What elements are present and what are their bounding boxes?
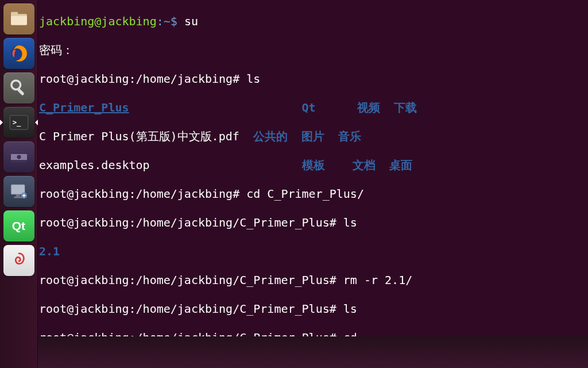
dir-entry: 音乐 xyxy=(338,129,361,143)
root-prompt: root@jackbing:/home/jackbing/C_Primer_Pl… xyxy=(39,331,343,336)
svg-rect-10 xyxy=(11,160,27,162)
command-text: ls xyxy=(343,302,357,316)
root-prompt: root@jackbing:/home/jackbing# xyxy=(39,187,246,201)
svg-point-11 xyxy=(17,155,21,159)
prompt-line: root@jackbing:/home/jackbing# ls xyxy=(39,72,587,86)
command-text: rm -r 2.1/ xyxy=(343,273,412,287)
ls-row: C Primer Plus(第五版)中文版.pdf 公共的 图片 音乐 xyxy=(39,129,587,144)
svg-rect-5 xyxy=(17,88,25,96)
launcher-remote-desktop[interactable] xyxy=(3,176,34,207)
prompt-line: root@jackbing:/home/jackbing/C_Primer_Pl… xyxy=(39,216,587,230)
svg-rect-1 xyxy=(11,12,18,16)
launcher-qt[interactable]: Qt xyxy=(3,210,34,241)
svg-rect-2 xyxy=(11,16,27,25)
dir-entry: C_Primer_Plus xyxy=(39,101,129,114)
document-spiral-icon xyxy=(7,248,31,273)
command-text: cd .. xyxy=(343,331,378,336)
prompt-line: root@jackbing:/home/jackbing/C_Primer_Pl… xyxy=(39,302,587,316)
dir-entry: Qt xyxy=(302,101,316,114)
dir-entry: 模板 xyxy=(302,158,325,172)
dir-entry: 视频 xyxy=(357,101,380,114)
dir-entry: 图片 xyxy=(301,129,324,143)
prompt-line: root@jackbing:/home/jackbing# cd C_Prime… xyxy=(39,187,587,201)
command-text: su xyxy=(184,14,198,28)
prompt-line: root@jackbing:/home/jackbing/C_Primer_Pl… xyxy=(39,273,587,288)
unity-launcher: >_ Qt xyxy=(0,0,38,368)
command-text: ls xyxy=(343,216,357,229)
file-entry: examples.desktop xyxy=(39,158,150,172)
gear-wrench-icon xyxy=(7,76,31,100)
root-prompt: root@jackbing:/home/jackbing/C_Primer_Pl… xyxy=(39,273,343,287)
desktop-floor xyxy=(38,336,588,368)
monitor-icon xyxy=(7,179,31,204)
dir-entry: 公共的 xyxy=(253,129,288,143)
dir-entry: 桌面 xyxy=(389,158,412,172)
filmstrip-icon xyxy=(7,145,31,169)
root-prompt: root@jackbing:/home/jackbing# xyxy=(39,72,246,86)
dir-entry: 文档 xyxy=(353,158,376,172)
folder-icon xyxy=(7,7,31,31)
dir-entry: 下载 xyxy=(394,101,417,114)
svg-rect-13 xyxy=(16,194,20,197)
terminal-icon: >_ xyxy=(7,110,31,135)
launcher-files[interactable] xyxy=(3,3,34,34)
launcher-firefox[interactable] xyxy=(3,38,34,69)
prompt-path: :~$ xyxy=(157,14,184,28)
focus-indicator-icon xyxy=(35,120,38,125)
launcher-settings[interactable] xyxy=(3,72,34,103)
svg-rect-14 xyxy=(14,197,22,198)
root-prompt: root@jackbing:/home/jackbing/C_Primer_Pl… xyxy=(39,216,343,229)
command-text: cd C_Primer_Plus/ xyxy=(246,187,364,201)
firefox-icon xyxy=(7,41,31,66)
svg-text:Qt: Qt xyxy=(11,219,25,232)
user-host: jackbing@jackbing xyxy=(39,14,157,28)
launcher-evince[interactable] xyxy=(3,245,34,276)
terminal-output[interactable]: jackbing@jackbing:~$ su 密码： root@jackbin… xyxy=(38,0,588,336)
launcher-video[interactable] xyxy=(3,141,34,172)
root-prompt: root@jackbing:/home/jackbing/C_Primer_Pl… xyxy=(39,302,343,316)
launcher-terminal[interactable]: >_ xyxy=(3,107,34,138)
file-entry: C Primer Plus(第五版)中文版.pdf xyxy=(39,129,239,143)
command-text: ls xyxy=(246,72,260,86)
prompt-line: jackbing@jackbing:~$ su xyxy=(39,14,587,29)
prompt-line: root@jackbing:/home/jackbing/C_Primer_Pl… xyxy=(39,331,587,336)
svg-text:>_: >_ xyxy=(12,118,21,127)
svg-point-4 xyxy=(11,80,20,90)
running-indicator-icon xyxy=(0,120,3,125)
ls-row: examples.desktop 模板 文档 桌面 xyxy=(39,158,587,172)
qt-icon: Qt xyxy=(7,214,31,238)
ls-row: C_Primer_Plus Qt 视频 下载 xyxy=(39,101,587,115)
password-prompt: 密码： xyxy=(39,43,587,57)
svg-rect-9 xyxy=(11,152,27,154)
svg-rect-17 xyxy=(23,194,24,197)
dir-entry: 2.1 xyxy=(39,244,60,258)
ls-row: 2.1 xyxy=(39,244,587,259)
